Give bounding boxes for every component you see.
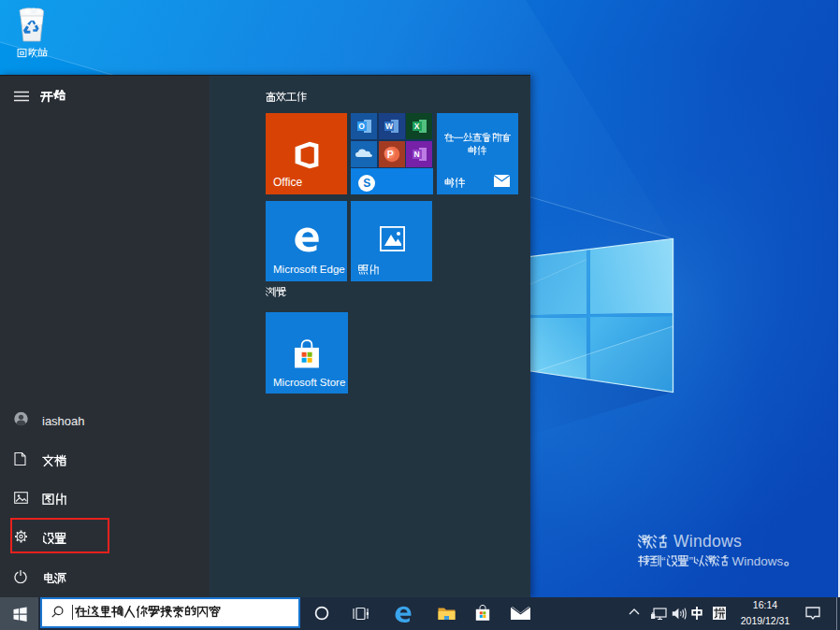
svg-text:S: S [363,177,370,190]
svg-text:P: P [386,149,393,160]
